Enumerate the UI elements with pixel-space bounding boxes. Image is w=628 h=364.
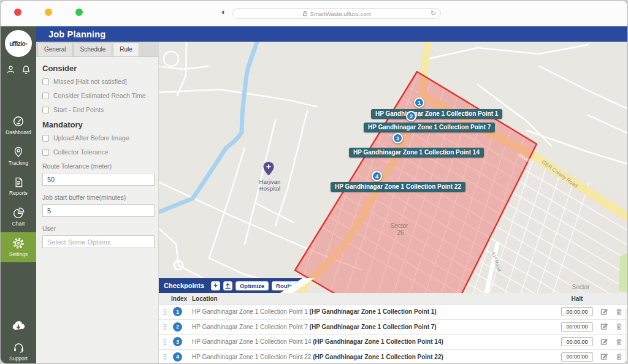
row-index-badge: 2 bbox=[173, 322, 182, 332]
logo-text: uffizio bbox=[9, 40, 25, 47]
checkpoint-marker-2[interactable]: 2 bbox=[406, 111, 416, 121]
checkpoint-table-row[interactable]: ⣿ 1 HP Gandhinagar Zone 1 Collection Poi… bbox=[159, 305, 628, 320]
checkpoint-map-label-2[interactable]: HP Gandhinagar Zone 1 Collection Point 7 bbox=[364, 123, 495, 132]
checkbox-collector-tolerance[interactable]: Collector Tolerance bbox=[42, 148, 155, 156]
uffizio-logo[interactable]: uffizio• bbox=[5, 30, 32, 57]
headset-icon bbox=[12, 341, 25, 354]
checkpoints-table: Index Location Halt ⣿ 1 HP Gandhinagar Z… bbox=[159, 293, 628, 364]
checkbox-label: Collector Tolerance bbox=[53, 148, 109, 156]
url-bar[interactable]: SmartWaste.uffizio.com ↻ bbox=[232, 8, 441, 19]
user-label: User bbox=[42, 225, 155, 232]
row-index-badge: 4 bbox=[173, 352, 182, 362]
checkbox-box[interactable] bbox=[42, 149, 49, 156]
halt-time-input[interactable] bbox=[561, 307, 593, 316]
shield-icon: ◐ bbox=[221, 7, 226, 17]
checkpoint-marker-3[interactable]: 3 bbox=[392, 133, 403, 143]
tab-general[interactable]: General bbox=[37, 42, 73, 56]
edit-icon bbox=[600, 338, 608, 346]
sidebar-item-label: Reports bbox=[9, 190, 28, 196]
sidebar-item-settings[interactable]: Settings bbox=[1, 232, 36, 262]
sidebar: uffizio• Dashboard Tracking Reports Char… bbox=[1, 26, 36, 364]
lock-icon bbox=[302, 10, 308, 17]
refresh-icon[interactable]: ↻ bbox=[431, 9, 436, 17]
checkpoint-marker-4[interactable]: 4 bbox=[372, 171, 382, 181]
checkpoints-ribbon: Checkpoints + Optimize Routing bbox=[159, 278, 302, 293]
checkbox-box[interactable] bbox=[42, 135, 49, 142]
trash-icon bbox=[616, 338, 622, 346]
sidebar-item-dashboard[interactable]: Dashboard bbox=[1, 115, 36, 135]
edit-row-button[interactable] bbox=[599, 338, 609, 346]
buffer-time-input[interactable] bbox=[42, 204, 155, 217]
sidebar-item-reports[interactable]: Reports bbox=[1, 176, 36, 196]
checkbox-box[interactable] bbox=[42, 93, 49, 99]
checkpoint-map-label-3[interactable]: HP Gandhinagar Zone 1 Collection Point 1… bbox=[349, 148, 484, 157]
delete-row-button[interactable] bbox=[614, 308, 624, 316]
table-scrollbar[interactable] bbox=[626, 308, 628, 364]
route-tolerance-input[interactable] bbox=[42, 173, 155, 186]
minimize-window-button[interactable] bbox=[45, 9, 52, 16]
user-icon[interactable] bbox=[6, 64, 16, 75]
checkpoint-table-row[interactable]: ⣿ 4 HP Gandhinagar Zone 1 Collection Poi… bbox=[159, 350, 628, 364]
table-header-row: Index Location Halt bbox=[159, 293, 628, 305]
close-window-button[interactable] bbox=[14, 9, 21, 16]
add-checkpoint-button[interactable]: + bbox=[211, 281, 220, 290]
job-planning-panel: General Schedule Rule Consider Missed [H… bbox=[36, 42, 159, 364]
sidebar-item-chart[interactable]: Chart bbox=[1, 207, 36, 227]
sector-26-label-line2: 26 bbox=[397, 229, 404, 236]
checkbox-start-end[interactable]: Start - End Points bbox=[42, 106, 155, 113]
checkbox-box[interactable] bbox=[42, 107, 49, 113]
halt-time-input[interactable] bbox=[561, 322, 593, 332]
sidebar-item-label: Chart bbox=[12, 221, 25, 227]
header-index: Index bbox=[171, 295, 192, 302]
gear-icon bbox=[12, 237, 25, 250]
drag-handle[interactable]: ⣿ bbox=[159, 324, 171, 330]
pie-chart-icon bbox=[12, 207, 25, 219]
checkbox-estimated-reach[interactable]: Consider Estimated Reach Time bbox=[42, 92, 155, 99]
edit-icon bbox=[600, 323, 608, 330]
optimize-button[interactable]: Optimize bbox=[236, 281, 269, 290]
checkpoints-title: Checkpoints bbox=[164, 282, 204, 289]
user-select-input[interactable] bbox=[42, 235, 155, 248]
checkpoint-marker-1[interactable]: 1 bbox=[414, 97, 424, 108]
trash-icon bbox=[616, 308, 622, 316]
dashboard-gauge-icon bbox=[12, 115, 25, 128]
checkbox-upload-image[interactable]: Upload After Before Image bbox=[42, 134, 155, 142]
notifications-bell-icon[interactable] bbox=[21, 64, 31, 75]
page-title-bar: Job Planning bbox=[36, 26, 628, 42]
row-location-text: HP Gandhinagar Zone 1 Collection Point 1… bbox=[192, 338, 561, 345]
checkpoint-map-label-4[interactable]: HP Gandhinagar Zone 1 Collection Point 2… bbox=[331, 182, 465, 192]
import-checkpoints-button[interactable] bbox=[223, 281, 232, 290]
delete-row-button[interactable] bbox=[614, 353, 624, 360]
cloud-download-icon bbox=[11, 319, 26, 332]
browser-chrome: ◐ SmartWaste.uffizio.com ↻ bbox=[1, 1, 628, 26]
checkbox-missed[interactable]: Missed [Halt not satisfied] bbox=[42, 78, 155, 85]
checkpoints-panel: Checkpoints + Optimize Routing Index Loc… bbox=[159, 278, 628, 364]
checkbox-box[interactable] bbox=[42, 78, 49, 85]
edit-row-button[interactable] bbox=[599, 308, 609, 316]
drag-handle[interactable]: ⣿ bbox=[159, 338, 171, 345]
drag-handle[interactable]: ⣿ bbox=[159, 308, 171, 315]
halt-time-input[interactable] bbox=[561, 337, 593, 346]
sector-26-label-line1: Sector bbox=[391, 222, 409, 229]
drag-handle[interactable]: ⣿ bbox=[159, 354, 171, 360]
zoom-window-button[interactable] bbox=[75, 9, 83, 16]
checkbox-label: Upload After Before Image bbox=[53, 134, 129, 142]
delete-row-button[interactable] bbox=[614, 323, 624, 330]
checkpoint-table-row[interactable]: ⣿ 3 HP Gandhinagar Zone 1 Collection Poi… bbox=[159, 335, 628, 350]
trash-icon bbox=[616, 353, 622, 360]
sidebar-item-tracking[interactable]: Tracking bbox=[1, 145, 36, 166]
checkpoint-map-label-1[interactable]: HP Gandhinagar Zone 1 Collection Point 1 bbox=[371, 109, 502, 119]
url-text: SmartWaste.uffizio.com bbox=[310, 10, 372, 17]
hospital-label-line1: Harjivan bbox=[259, 178, 281, 185]
header-halt: Halt bbox=[561, 295, 593, 302]
edit-row-button[interactable] bbox=[599, 353, 609, 360]
edit-row-button[interactable] bbox=[599, 323, 609, 330]
sidebar-item-label: Dashboard bbox=[6, 129, 31, 135]
tab-schedule[interactable]: Schedule bbox=[74, 42, 113, 56]
tab-rule[interactable]: Rule bbox=[113, 42, 139, 56]
delete-row-button[interactable] bbox=[614, 338, 624, 346]
sidebar-item-support[interactable]: Support bbox=[1, 341, 36, 362]
checkpoint-table-row[interactable]: ⣿ 2 HP Gandhinagar Zone 1 Collection Poi… bbox=[159, 320, 628, 335]
halt-time-input[interactable] bbox=[561, 352, 593, 362]
cloud-download-button[interactable] bbox=[1, 319, 36, 333]
